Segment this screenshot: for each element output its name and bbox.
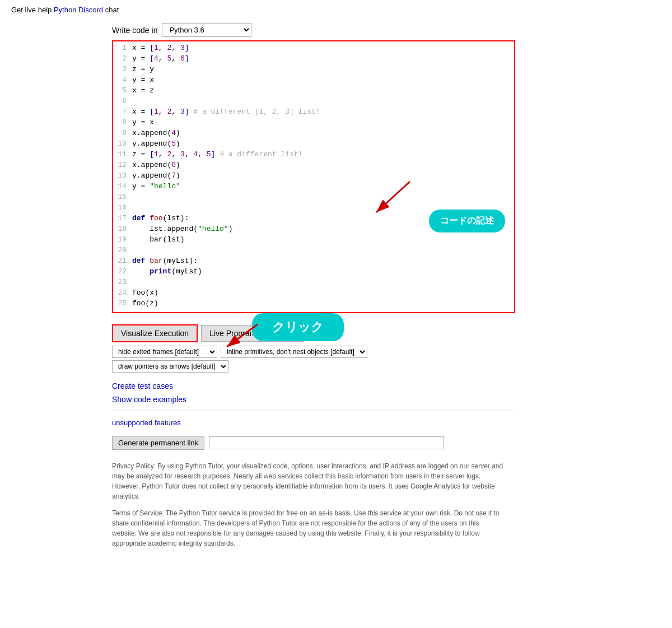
code-line-7: 7 x = [1, 2, 3] # a different [1, 2, 3] … bbox=[113, 108, 514, 118]
pointers-row: draw pointers as arrows [default] use te… bbox=[112, 360, 549, 373]
code-line-13: 13 y.append(7) bbox=[113, 171, 514, 182]
tos-text: Terms of Service: The Python Tutor servi… bbox=[112, 508, 504, 548]
pointers-select[interactable]: draw pointers as arrows [default] use te… bbox=[112, 360, 228, 373]
code-line-19: 19 bar(lst) bbox=[113, 235, 514, 246]
visualize-button[interactable]: Visualize Execution bbox=[112, 324, 198, 342]
code-line-2: 2 y = [4, 5, 6] bbox=[113, 54, 514, 65]
unsupported-features-link[interactable]: unsupported features bbox=[112, 418, 181, 427]
code-line-25: 25 foo(z) bbox=[113, 299, 514, 310]
code-line-1: 1 x = [1, 2, 3] bbox=[113, 44, 514, 54]
create-test-cases-link[interactable]: Create test cases bbox=[112, 382, 549, 390]
live-programming-button[interactable]: Live Programming Mode bbox=[201, 325, 304, 342]
write-code-row: Write code in Python 3.6 Python 2.7 Pyth… bbox=[112, 23, 549, 37]
permanent-link-input[interactable] bbox=[209, 436, 444, 449]
privacy-policy-text: Privacy Policy: By using Python Tutor, y… bbox=[112, 461, 504, 501]
permanent-link-row: Generate permanent link bbox=[112, 436, 549, 450]
code-arrow-icon bbox=[371, 176, 416, 215]
main-container: Write code in Python 3.6 Python 2.7 Pyth… bbox=[112, 23, 549, 548]
code-line-12: 12 x.append(6) bbox=[113, 161, 514, 171]
code-line-23: 23 bbox=[113, 278, 514, 289]
code-line-10: 10 y.append(5) bbox=[113, 139, 514, 150]
code-line-24: 24 foo(x) bbox=[113, 289, 514, 299]
code-line-3: 3 z = y bbox=[113, 65, 514, 76]
code-editor[interactable]: 1 x = [1, 2, 3] 2 y = [4, 5, 6] 3 z = y … bbox=[113, 41, 514, 312]
code-line-5: 5 x = z bbox=[113, 86, 514, 97]
privacy-section: Privacy Policy: By using Python Tutor, y… bbox=[112, 461, 504, 548]
code-line-4: 4 y = x bbox=[113, 76, 514, 86]
python-discord-link[interactable]: Python Discord bbox=[54, 6, 103, 14]
code-line-14: 14 y = "hello" bbox=[113, 182, 514, 193]
code-line-9: 9 x.append(4) bbox=[113, 129, 514, 139]
live-help-text: Get live help bbox=[11, 6, 52, 14]
code-annotation-container: コードの記述 bbox=[429, 210, 505, 232]
code-line-20: 20 bbox=[113, 246, 514, 257]
options-row: hide exited frames [default] show all fr… bbox=[112, 346, 549, 358]
top-link-bar: Get live help Python Discord chat bbox=[11, 6, 661, 14]
code-line-6: 6 bbox=[113, 97, 514, 108]
chat-text: chat bbox=[105, 6, 119, 14]
primitives-select[interactable]: inline primitives, don't nest objects [d… bbox=[221, 346, 367, 358]
write-code-label: Write code in bbox=[112, 26, 157, 35]
code-line-8: 8 y = x bbox=[113, 118, 514, 129]
links-section: Create test cases Show code examples bbox=[112, 382, 549, 404]
code-line-21: 21 def bar(myLst): bbox=[113, 257, 514, 267]
svg-line-1 bbox=[376, 182, 410, 212]
buttons-row: Visualize Execution Live Programming Mod… bbox=[112, 324, 304, 342]
divider bbox=[112, 411, 515, 411]
code-line-22: 22 print(myLst) bbox=[113, 267, 514, 278]
code-editor-wrapper: 1 x = [1, 2, 3] 2 y = [4, 5, 6] 3 z = y … bbox=[112, 40, 515, 313]
frames-select[interactable]: hide exited frames [default] show all fr… bbox=[112, 346, 217, 358]
code-line-11: 11 z = [1, 2, 3, 4, 5] # a different lis… bbox=[113, 150, 514, 161]
show-code-examples-link[interactable]: Show code examples bbox=[112, 395, 549, 404]
code-line-15: 15 bbox=[113, 193, 514, 203]
generate-permanent-link-button[interactable]: Generate permanent link bbox=[112, 436, 204, 450]
language-select[interactable]: Python 3.6 Python 2.7 Python 3.3 JavaScr… bbox=[162, 23, 251, 37]
buttons-container: Visualize Execution Live Programming Mod… bbox=[112, 319, 304, 342]
code-annotation-bubble: コードの記述 bbox=[429, 210, 505, 232]
